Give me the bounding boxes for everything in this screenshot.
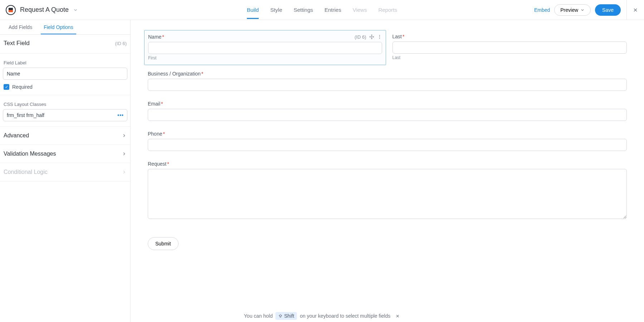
- field-name-label: Name*: [148, 34, 164, 40]
- accordion-validation-label: Validation Messages: [4, 151, 56, 157]
- field-request[interactable]: Request*: [148, 161, 627, 220]
- field-phone-label: Phone*: [148, 131, 165, 137]
- tab-views[interactable]: Views: [353, 1, 367, 19]
- main-nav: Build Style Settings Entries Views Repor…: [247, 1, 397, 19]
- field-name-id: (ID 6): [355, 34, 366, 40]
- svg-point-6: [379, 38, 380, 39]
- submit-button[interactable]: Submit: [148, 237, 179, 250]
- accordion-advanced[interactable]: Advanced: [0, 127, 130, 145]
- required-checkbox-row[interactable]: ✓ Required: [3, 80, 127, 90]
- css-classes-section: CSS Layout Classes •••: [0, 95, 130, 127]
- hint-text-post: on your keyboard to select multiple fiel…: [300, 313, 390, 319]
- hint-close-icon[interactable]: [395, 314, 400, 318]
- sidebar: Add Fields Field Options Text Field (ID …: [0, 20, 131, 322]
- preview-button-label: Preview: [560, 7, 578, 13]
- form-canvas: Name* (ID 6) First: [131, 20, 644, 322]
- svg-point-4: [379, 35, 380, 36]
- field-email-input[interactable]: [148, 109, 627, 121]
- field-name[interactable]: Name* (ID 6) First: [144, 30, 386, 65]
- sidebar-tab-add-fields[interactable]: Add Fields: [6, 20, 35, 34]
- css-classes-caption: CSS Layout Classes: [3, 102, 127, 107]
- tab-reports[interactable]: Reports: [378, 1, 397, 19]
- preview-button[interactable]: Preview: [554, 4, 591, 16]
- field-label-input[interactable]: [3, 68, 127, 80]
- field-type-title: Text Field: [4, 40, 30, 47]
- tab-settings[interactable]: Settings: [294, 1, 313, 19]
- field-id: (ID 6): [115, 41, 127, 46]
- field-last-sublabel: Last: [392, 55, 627, 60]
- chevron-right-icon: [122, 170, 127, 175]
- field-request-input[interactable]: [148, 169, 627, 219]
- sidebar-tabs: Add Fields Field Options: [0, 20, 130, 35]
- field-business-label: Business / Organization*: [148, 71, 203, 77]
- body: Add Fields Field Options Text Field (ID …: [0, 20, 644, 322]
- shift-key-badge: Shift: [275, 312, 297, 320]
- save-button[interactable]: Save: [595, 4, 621, 16]
- header-divider: [626, 0, 638, 20]
- move-icon[interactable]: [369, 34, 374, 39]
- hint-bar: You can hold Shift on your keyboard to s…: [244, 312, 400, 320]
- accordion-conditional-logic[interactable]: Conditional Logic: [0, 163, 130, 181]
- css-layout-picker-icon[interactable]: •••: [117, 112, 124, 118]
- field-last-label: Last*: [392, 34, 405, 39]
- field-name-sublabel: First: [148, 55, 382, 60]
- field-label-caption: Field Label: [3, 60, 127, 65]
- chevron-down-icon: [580, 8, 585, 12]
- field-phone[interactable]: Phone*: [148, 131, 627, 151]
- field-email[interactable]: Email*: [148, 101, 627, 121]
- chevron-right-icon: [122, 133, 127, 138]
- field-email-label: Email*: [148, 101, 163, 107]
- field-last-input[interactable]: [392, 42, 627, 54]
- more-vertical-icon[interactable]: [377, 34, 382, 39]
- shift-arrow-icon: [278, 314, 283, 318]
- field-business-input[interactable]: [148, 79, 627, 91]
- tab-style[interactable]: Style: [270, 1, 282, 19]
- field-name-input[interactable]: [148, 42, 382, 54]
- accordion-advanced-label: Advanced: [4, 132, 29, 139]
- app-logo-icon[interactable]: [6, 5, 16, 15]
- chevron-right-icon: [122, 151, 127, 156]
- field-business[interactable]: Business / Organization*: [148, 71, 627, 91]
- field-request-label: Request*: [148, 161, 169, 167]
- sidebar-tab-field-options[interactable]: Field Options: [41, 20, 76, 34]
- field-phone-input[interactable]: [148, 139, 627, 151]
- tab-build[interactable]: Build: [247, 1, 259, 19]
- css-classes-input[interactable]: [3, 109, 127, 121]
- required-label: Required: [12, 84, 33, 90]
- accordion-validation[interactable]: Validation Messages: [0, 145, 130, 163]
- header-left: Request A Quote: [6, 5, 78, 15]
- field-label-section: Field Label ✓ Required: [0, 54, 130, 95]
- field-type-panel: Text Field (ID 6): [0, 35, 130, 54]
- hint-text-pre: You can hold: [244, 313, 273, 319]
- header: Request A Quote Build Style Settings Ent…: [0, 0, 644, 20]
- field-name-meta: (ID 6): [355, 34, 382, 40]
- tab-entries[interactable]: Entries: [325, 1, 341, 19]
- required-checkbox[interactable]: ✓: [4, 84, 9, 90]
- chevron-down-icon[interactable]: [73, 8, 78, 13]
- form-title[interactable]: Request A Quote: [20, 6, 69, 14]
- field-last[interactable]: Last* Last: [392, 34, 627, 60]
- embed-link[interactable]: Embed: [534, 7, 550, 13]
- header-right: Embed Preview Save: [534, 0, 638, 20]
- svg-point-5: [379, 36, 380, 37]
- close-icon[interactable]: [633, 7, 638, 13]
- accordion-conditional-label: Conditional Logic: [4, 169, 48, 175]
